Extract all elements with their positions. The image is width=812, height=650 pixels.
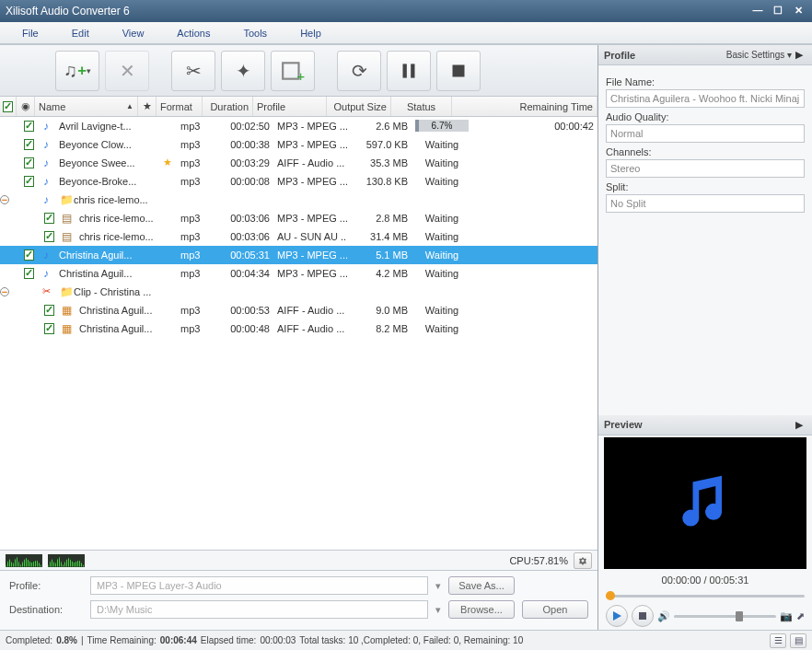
- menu-help[interactable]: Help: [284, 24, 338, 42]
- table-row[interactable]: ✓♪Avril Lavigne-t...mp300:02:50MP3 - MPE…: [0, 117, 597, 135]
- star-cell[interactable]: ★: [158, 154, 177, 171]
- row-checkbox[interactable]: ✓: [24, 139, 34, 150]
- file-type-icon: ♪: [37, 264, 55, 282]
- menu-tools[interactable]: Tools: [226, 24, 284, 42]
- clip-button[interactable]: ✂: [171, 51, 215, 91]
- table-row[interactable]: ✓▤chris rice-lemo...mp300:03:06AU - SUN …: [0, 227, 597, 246]
- menu-file[interactable]: File: [6, 24, 55, 42]
- table-row[interactable]: ✓▦Christina Aguil...mp300:00:48AIFF - Au…: [0, 319, 597, 338]
- snapshot-button[interactable]: 📷: [780, 610, 793, 622]
- star-cell[interactable]: [158, 135, 177, 153]
- destination-input[interactable]: [90, 600, 428, 619]
- pause-button[interactable]: [387, 51, 431, 91]
- audio-quality-select[interactable]: Normal: [606, 124, 805, 143]
- minimize-button[interactable]: —: [749, 5, 766, 17]
- volume-icon[interactable]: 🔊: [657, 610, 670, 622]
- convert-button[interactable]: ⟳: [337, 51, 381, 91]
- star-cell[interactable]: [158, 264, 177, 282]
- profile-select[interactable]: [90, 576, 428, 595]
- status-cell: Waiting: [412, 135, 472, 153]
- table-row[interactable]: −♪📁 chris rice-lemo...: [0, 191, 597, 209]
- channels-select[interactable]: Stereo: [606, 159, 805, 178]
- row-checkbox[interactable]: ✓: [24, 157, 34, 168]
- menu-bar: File Edit View Actions Tools Help: [0, 22, 812, 44]
- col-name[interactable]: Name ▲: [35, 97, 138, 116]
- table-row[interactable]: ✓▤chris rice-lemo...mp300:03:06MP3 - MPE…: [0, 209, 597, 227]
- menu-edit[interactable]: Edit: [55, 24, 106, 42]
- file-name-input[interactable]: [606, 89, 805, 108]
- preview-seek-slider[interactable]: [606, 589, 805, 602]
- basic-settings-dropdown[interactable]: Basic Settings ▾: [726, 50, 792, 60]
- star-cell[interactable]: [158, 246, 177, 263]
- add-file-button[interactable]: ♫+▾: [55, 51, 99, 91]
- col-status[interactable]: Status: [391, 97, 452, 116]
- menu-actions[interactable]: Actions: [160, 24, 226, 42]
- star-cell[interactable]: [158, 301, 177, 319]
- list-view-button[interactable]: ☰: [770, 633, 786, 648]
- collapse-icon[interactable]: −: [0, 287, 9, 296]
- row-checkbox[interactable]: ✓: [44, 231, 54, 242]
- row-checkbox[interactable]: ✓: [44, 323, 54, 334]
- effects-button[interactable]: ✦: [221, 51, 265, 91]
- delete-button[interactable]: ✕: [105, 51, 149, 91]
- play-button[interactable]: [606, 605, 628, 627]
- star-cell[interactable]: [158, 191, 177, 208]
- stop-preview-button[interactable]: [632, 605, 654, 627]
- stop-button[interactable]: [436, 51, 481, 91]
- maximize-button[interactable]: ☐: [770, 5, 786, 17]
- file-list[interactable]: ✓♪Avril Lavigne-t...mp300:02:50MP3 - MPE…: [0, 117, 597, 550]
- add-video-button[interactable]: +: [271, 51, 315, 91]
- star-cell[interactable]: [158, 227, 177, 245]
- collapse-icon[interactable]: −: [0, 195, 9, 204]
- col-star[interactable]: ★: [138, 97, 157, 116]
- row-checkbox[interactable]: ✓: [24, 250, 34, 261]
- table-row[interactable]: ✓♪Beyonce Swee...★mp300:03:29AIFF - Audi…: [0, 154, 597, 172]
- expand-button[interactable]: ▶: [792, 49, 806, 61]
- cpu-label: CPU:57.81%: [509, 555, 568, 566]
- file-type-icon: ▦: [57, 301, 75, 319]
- star-cell[interactable]: [158, 172, 177, 190]
- state-icon: ◉: [21, 100, 30, 112]
- duration-cell: 00:05:31: [223, 246, 273, 263]
- output-cell: [347, 191, 412, 208]
- star-cell[interactable]: [158, 209, 177, 226]
- remaining-cell: [472, 319, 597, 337]
- output-cell: 597.0 KB: [347, 135, 412, 153]
- table-row[interactable]: ✓♪Christina Aguil...mp300:05:31MP3 - MPE…: [0, 246, 597, 264]
- table-row[interactable]: −✂📁 Clip - Christina ...: [0, 283, 597, 301]
- split-select[interactable]: No Split: [606, 194, 805, 213]
- cpu-settings-button[interactable]: [574, 552, 592, 569]
- output-cell: 2.6 MB: [347, 117, 412, 134]
- preview-expand-button[interactable]: ▶: [792, 419, 806, 431]
- row-checkbox[interactable]: ✓: [44, 305, 54, 316]
- row-checkbox[interactable]: ✓: [24, 268, 34, 279]
- volume-slider[interactable]: [674, 615, 776, 618]
- star-cell[interactable]: [158, 117, 177, 134]
- row-checkbox[interactable]: ✓: [24, 121, 34, 132]
- col-output-size[interactable]: Output Size: [327, 97, 391, 116]
- save-as-button[interactable]: Save As...: [448, 576, 515, 595]
- log-button[interactable]: ▤: [790, 633, 806, 648]
- col-profile[interactable]: Profile: [253, 97, 327, 116]
- browse-button[interactable]: Browse...: [448, 600, 515, 619]
- row-checkbox[interactable]: ✓: [24, 176, 34, 187]
- popout-button[interactable]: ⬈: [796, 610, 805, 622]
- close-button[interactable]: ✕: [790, 5, 806, 17]
- row-checkbox[interactable]: ✓: [44, 213, 54, 224]
- col-format[interactable]: Format: [157, 97, 203, 116]
- svg-rect-3: [411, 64, 414, 77]
- file-type-icon: ♪: [37, 117, 55, 134]
- table-row[interactable]: ✓♪Christina Aguil...mp300:04:34MP3 - MPE…: [0, 264, 597, 283]
- table-row[interactable]: ✓▦Christina Aguil...mp300:00:53AIFF - Au…: [0, 301, 597, 319]
- check-all[interactable]: ✓: [3, 101, 13, 112]
- table-row[interactable]: ✓♪Beyonce Clow...mp300:00:38MP3 - MPEG .…: [0, 135, 597, 154]
- format-cell: [177, 283, 223, 300]
- col-duration[interactable]: Duration: [203, 97, 253, 116]
- open-button[interactable]: Open: [522, 600, 588, 619]
- table-row[interactable]: ✓♪Beyonce-Broke...mp300:00:08MP3 - MPEG …: [0, 172, 597, 191]
- menu-view[interactable]: View: [106, 24, 161, 42]
- toolbar: ♫+▾ ✕ ✂ ✦ + ⟳: [0, 45, 597, 97]
- col-remaining[interactable]: Remaining Time: [452, 97, 597, 116]
- star-cell[interactable]: [158, 319, 177, 337]
- star-cell[interactable]: [158, 283, 177, 300]
